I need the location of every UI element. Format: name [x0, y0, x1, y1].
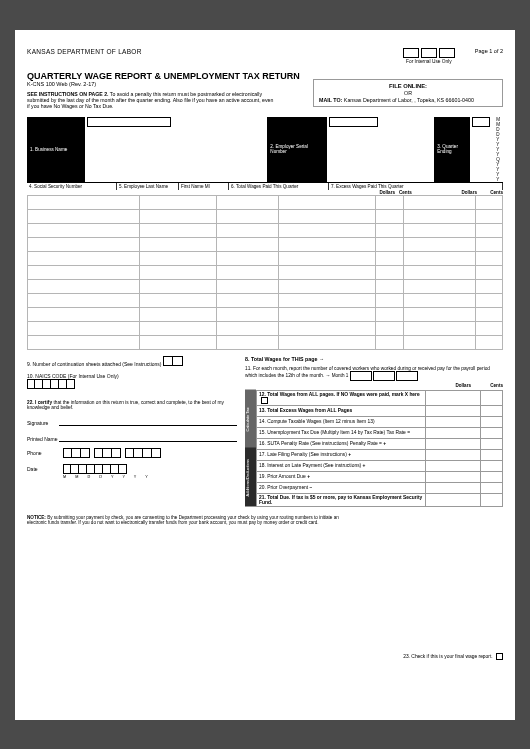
internal-box[interactable]	[403, 48, 419, 58]
col-ssn: 4. Social Security Number	[27, 183, 117, 190]
calc-21-cents[interactable]	[480, 493, 502, 506]
phone-label: Phone	[27, 450, 59, 456]
calc-12-text: 12. Total Wages from ALL pages. If NO Wa…	[259, 392, 420, 397]
month1-box	[350, 371, 372, 381]
calc-17-text: 17. Late Filing Penalty (See instruction…	[259, 452, 347, 457]
calculation-block: Calculate Tax Additions/Deductions 12. T…	[245, 390, 503, 507]
calc-20-dollars[interactable]	[425, 482, 480, 493]
line-9-boxes[interactable]	[163, 356, 183, 366]
header-row: KANSAS DEPARTMENT OF LABOR For Internal …	[27, 48, 503, 64]
calc-12-dollars[interactable]	[425, 390, 480, 405]
printed-name-row: Printed Name	[27, 432, 237, 442]
date-row: Date	[27, 464, 237, 474]
naics-boxes[interactable]	[27, 379, 75, 389]
cents-label-2: Cents	[481, 190, 503, 195]
line-11: 11. For each month, report the number of…	[245, 366, 503, 381]
mid-right: 8. Total Wages for THIS page → 11. For e…	[245, 356, 503, 507]
date-format-guide: M M D D Y Y Y Y	[63, 475, 237, 479]
month3-box	[396, 371, 418, 381]
internal-box[interactable]	[439, 48, 455, 58]
calc-row-20: 20. Prior Overpayment −	[257, 482, 503, 493]
final-report-checkbox[interactable]	[496, 653, 503, 660]
side-tab-calculate: Calculate Tax	[245, 390, 256, 449]
calc-15-cents[interactable]	[480, 427, 502, 438]
certify-body: that the information on this return is t…	[27, 400, 224, 410]
wage-grid[interactable]	[27, 195, 503, 350]
calc-row-17: 17. Late Filing Penalty (See instruction…	[257, 449, 503, 460]
arrow-icon: →	[326, 373, 331, 378]
notice-body: By submitting your payment by check, you…	[27, 515, 339, 525]
calc-19-text: 19. Prior Amount Due	[259, 474, 306, 479]
internal-box[interactable]	[421, 48, 437, 58]
calc-14-cents[interactable]	[480, 416, 502, 427]
calc-16-cents[interactable]	[480, 438, 502, 449]
col-total-wages: 6. Total Wages Paid This Quarter	[229, 183, 329, 190]
calc-20-cents[interactable]	[480, 482, 502, 493]
calc-13-dollars[interactable]	[425, 405, 480, 416]
calc-row-19: 19. Prior Amount Due +	[257, 471, 503, 482]
calc-16-text: 16. SUTA Penalty Rate (See instructions)…	[259, 441, 382, 446]
calc-18-dollars[interactable]	[425, 460, 480, 471]
certify-line: 22. I certify that the information on th…	[27, 400, 237, 410]
printed-label: Printed Name	[27, 436, 59, 442]
dollars-label-2: Dollars	[425, 190, 481, 195]
black-header-row: 1. Business Name 2. Employer Serial Numb…	[27, 117, 503, 182]
calc-money-header: Dollars Cents	[245, 383, 503, 388]
signature-label: Signature	[27, 420, 59, 426]
calc-15-text: 15. Unemployment Tax Due (Multiply Item …	[259, 430, 410, 435]
calc-13-cents[interactable]	[480, 405, 502, 416]
calc-16-dollars[interactable]	[425, 438, 480, 449]
calc-20-text: 20. Prior Overpayment	[259, 485, 308, 490]
phone-boxes-3[interactable]	[125, 448, 161, 458]
date-boxes[interactable]	[63, 464, 127, 474]
plus-icon: +	[363, 463, 366, 468]
money-column-labels: Dollars Cents Dollars Cents	[27, 190, 503, 195]
no-wages-checkbox[interactable]	[261, 397, 268, 404]
side-tab-additions: Additions/Deductions	[245, 448, 256, 507]
quarter-ending-field[interactable]	[472, 117, 490, 127]
calc-17-dollars[interactable]	[425, 449, 480, 460]
calc-18-cents[interactable]	[480, 460, 502, 471]
dollars-label-1: Dollars	[329, 190, 399, 195]
form-title: QUARTERLY WAGE REPORT & UNEMPLOYMENT TAX…	[27, 71, 503, 81]
minus-icon: −	[310, 485, 313, 490]
plus-icon: +	[348, 452, 351, 457]
month-boxes[interactable]	[350, 371, 418, 381]
line-10: 10. NAICS CODE (For Internal Use Only)	[27, 373, 237, 390]
plus-icon: +	[383, 441, 386, 446]
internal-use-boxes	[403, 48, 455, 58]
cents-label-1: Cents	[399, 190, 425, 195]
signature-line[interactable]	[59, 416, 237, 426]
phone-boxes-2[interactable]	[94, 448, 121, 458]
calc-12-cents[interactable]	[480, 390, 502, 405]
calc-row-15: 15. Unemployment Tax Due (Multiply Item …	[257, 427, 503, 438]
mailto-value: Kansas Department of Labor, , Topeka, KS…	[344, 97, 474, 103]
calc-row-18: 18. Interest on Late Payment (See instru…	[257, 460, 503, 471]
column-sub-headers: 4. Social Security Number 5. Employee La…	[27, 182, 503, 190]
table-row	[28, 321, 503, 335]
calc-19-dollars[interactable]	[425, 471, 480, 482]
calc-15-dollars[interactable]	[425, 427, 480, 438]
employer-serial-field[interactable]	[329, 117, 378, 127]
calc-table: 12. Total Wages from ALL pages. If NO Wa…	[256, 390, 503, 507]
calc-row-21: 21. Total Due. If tax is $5 or more, pay…	[257, 493, 503, 506]
calc-19-cents[interactable]	[480, 471, 502, 482]
calc-21-dollars[interactable]	[425, 493, 480, 506]
calc-17-cents[interactable]	[480, 449, 502, 460]
mid-section: 9. Number of continuation sheets attache…	[27, 356, 503, 507]
month2-box	[373, 371, 395, 381]
arrow-icon: →	[319, 356, 324, 362]
calc-row-14: 14. Compute Taxable Wages (Item 12 minus…	[257, 416, 503, 427]
phone-boxes-1[interactable]	[63, 448, 90, 458]
calc-14-dollars[interactable]	[425, 416, 480, 427]
notice-paragraph: NOTICE: By submitting your payment by ch…	[27, 515, 347, 525]
printed-line[interactable]	[59, 432, 237, 442]
business-name-field[interactable]	[87, 117, 171, 127]
calc-row-13: 13. Total Excess Wages from ALL Pages	[257, 405, 503, 416]
table-row	[28, 251, 503, 265]
final-report-line: 23. Check if this is your final wage rep…	[403, 653, 503, 660]
table-row	[28, 209, 503, 223]
calc-21-text: 21. Total Due. If tax is $5 or more, pay…	[259, 495, 422, 505]
internal-use-group: For Internal Use Only	[403, 48, 475, 64]
cents-label: Cents	[475, 383, 503, 388]
